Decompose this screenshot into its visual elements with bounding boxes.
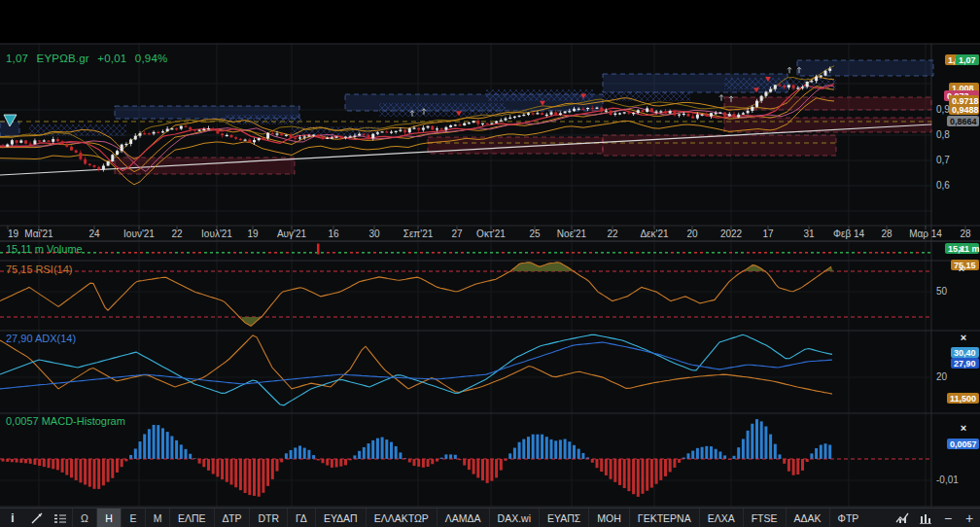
ticker-button-ΕΛΠΕ[interactable]: ΕΛΠΕ: [169, 509, 214, 527]
zoom-in-button[interactable]: +: [959, 509, 980, 527]
ticker-button-ΕΥΑΠΣ[interactable]: ΕΥΑΠΣ: [539, 509, 588, 527]
histogram-icon[interactable]: [914, 509, 937, 527]
trading-chart-app: 19Μαϊ'2124Ιουν'2122Ιουλ'2119Αυγ'211630Σε…: [0, 0, 980, 527]
ticker-button-ΓΔ[interactable]: ΓΔ: [287, 509, 315, 527]
ticker-button-ΦΤΡ[interactable]: ΦΤΡ: [829, 509, 867, 527]
info-icon[interactable]: i: [0, 509, 25, 527]
ticker-button-ΓΕΚΤΕΡΝΑ[interactable]: ΓΕΚΤΕΡΝΑ: [629, 509, 699, 527]
ticker-button-DAX.wi[interactable]: DAX.wi: [489, 509, 539, 527]
timeframe-button-Η[interactable]: Η: [96, 509, 121, 527]
macd-indicator-label[interactable]: 0,0057 MACD-Histogram: [6, 415, 125, 427]
adx-indicator-label[interactable]: 27,90 ADX(14): [6, 333, 76, 344]
ticker-button-ΑΔΑΚ[interactable]: ΑΔΑΚ: [786, 509, 829, 527]
ticker-button-ΕΛΛΑΚΤΩΡ[interactable]: ΕΛΛΑΚΤΩΡ: [366, 509, 437, 527]
bottom-toolbar: iΩΗΕΜΕΛΠΕΔΤΡDTRΓΔΕΥΔΑΠΕΛΛΑΚΤΩΡΛΑΜΔΑDAX.w…: [0, 508, 980, 527]
zoom-out-button[interactable]: −: [937, 509, 959, 527]
timeframe-button-Ω[interactable]: Ω: [72, 509, 96, 527]
time-axis[interactable]: [0, 226, 931, 241]
objects-list-icon[interactable]: [49, 509, 72, 527]
timeframe-button-Μ[interactable]: Μ: [145, 509, 169, 527]
ticker-button-ΜΟΗ[interactable]: ΜΟΗ: [588, 509, 629, 527]
rsi-indicator-label[interactable]: 75,15 RSI(14): [6, 264, 72, 275]
line-chart-icon[interactable]: [891, 509, 914, 527]
ticker-button-DTR[interactable]: DTR: [249, 509, 287, 527]
draw-tool-icon[interactable]: [25, 509, 49, 527]
timeframe-button-Ε[interactable]: Ε: [121, 509, 145, 527]
ticker-button-ΔΤΡ[interactable]: ΔΤΡ: [214, 509, 250, 527]
chart-canvas[interactable]: 19Μαϊ'2124Ιουν'2122Ιουλ'2119Αυγ'211630Σε…: [0, 0, 980, 508]
ticker-button-ΕΥΔΑΠ[interactable]: ΕΥΔΑΠ: [315, 509, 366, 527]
ticker-button-ΕΛΧΑ[interactable]: ΕΛΧΑ: [699, 509, 743, 527]
ticker-button-FTSE[interactable]: FTSE: [743, 509, 786, 527]
volume-indicator-label[interactable]: 15,11 m Volume: [6, 243, 83, 255]
ticker-button-ΛΑΜΔΑ[interactable]: ΛΑΜΔΑ: [437, 509, 489, 527]
price-axis[interactable]: [931, 44, 980, 508]
